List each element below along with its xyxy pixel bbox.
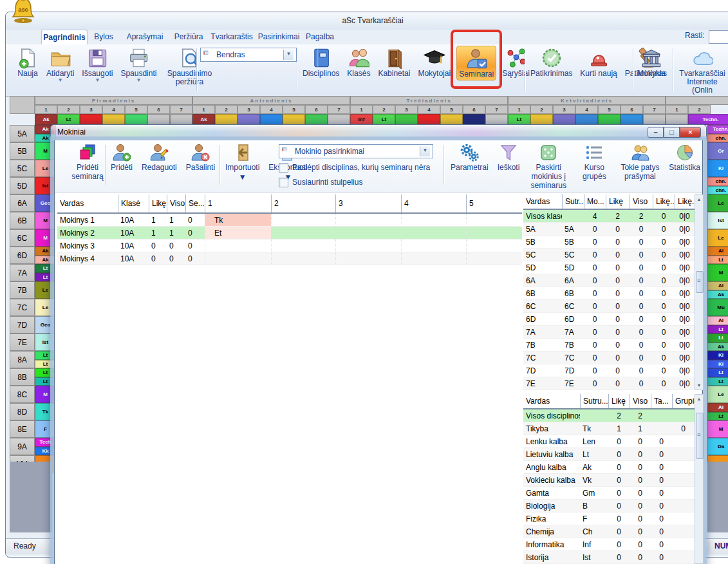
lesson-cell[interactable]: Lt xyxy=(707,334,728,343)
period-choice-cell[interactable] xyxy=(271,214,335,227)
column-header[interactable]: Ta... xyxy=(651,394,672,408)
period-header[interactable]: 6 xyxy=(305,105,328,114)
lesson-cell[interactable] xyxy=(463,114,485,125)
column-header[interactable]: Sutru... xyxy=(580,394,608,408)
period-header[interactable]: 2 xyxy=(688,105,711,114)
period-choice-cell[interactable] xyxy=(401,240,466,252)
lesson-cell[interactable] xyxy=(283,114,305,125)
view-selector-combobox[interactable]: Mokinio pasirinkimai▼ xyxy=(279,144,433,158)
lesson-cell[interactable] xyxy=(575,114,598,125)
period-header[interactable]: 1 xyxy=(35,105,57,114)
lesson-cell[interactable] xyxy=(328,114,350,125)
period-choice-cell[interactable] xyxy=(466,227,519,240)
lesson-cell[interactable]: Techn. xyxy=(707,125,728,134)
class-row-label[interactable]: 5D xyxy=(10,177,35,194)
period-header[interactable]: 1 xyxy=(192,105,215,114)
lesson-cell[interactable]: M xyxy=(707,420,728,438)
period-choice-cell[interactable] xyxy=(466,214,519,227)
class-row-label[interactable]: 9A xyxy=(10,438,35,455)
column-header[interactable]: Klasė xyxy=(118,194,149,212)
ribbon-button-kurti-naują[interactable]: Kurti naują xyxy=(578,46,619,79)
toolbar-button-kurso-grupės[interactable]: Kurso grupės xyxy=(575,142,613,182)
period-header[interactable]: 4 xyxy=(575,105,598,114)
period-choice-cell[interactable] xyxy=(401,252,466,265)
column-header[interactable]: Likę... xyxy=(675,194,695,209)
class-row-label[interactable]: 7B xyxy=(10,281,35,299)
lesson-cell[interactable]: chn. xyxy=(707,186,728,195)
period-header[interactable]: 7 xyxy=(485,105,508,114)
period-choice-cell[interactable] xyxy=(205,240,271,252)
table-row[interactable]: 5B5B00000|0 xyxy=(523,236,695,249)
period-header[interactable]: 5 xyxy=(125,105,147,114)
lesson-cell[interactable]: Lt xyxy=(707,377,728,386)
column-header[interactable]: Vardas xyxy=(523,394,580,408)
period-header[interactable]: 6 xyxy=(621,105,643,114)
lesson-cell[interactable] xyxy=(485,114,508,125)
period-header[interactable]: 7 xyxy=(328,105,350,114)
column-header[interactable]: 5 xyxy=(466,194,519,212)
period-choice-cell[interactable] xyxy=(335,214,401,227)
period-header[interactable]: 3 xyxy=(238,105,260,114)
ribbon-button-mokytojai[interactable]: Mokytojai xyxy=(416,46,453,79)
table-row[interactable]: Lietuviu kalbaLt000 xyxy=(523,448,695,461)
table-row[interactable]: Visos klasės42200|0 xyxy=(523,210,695,223)
lesson-cell[interactable] xyxy=(621,114,643,125)
checkbox[interactable] xyxy=(279,163,288,173)
tab-pasirinkimai[interactable]: Pasirinkimai xyxy=(257,30,301,44)
lesson-cell[interactable] xyxy=(102,114,125,125)
lesson-cell[interactable]: Ak xyxy=(35,114,57,125)
students-table[interactable]: VardasKlasėLikęVisoSe...12345Mokinys 110… xyxy=(57,194,522,564)
class-row-label[interactable]: 7A xyxy=(10,264,35,281)
checkbox-row[interactable]: Susiaurinti stulpelius xyxy=(279,176,441,188)
period-choice-cell[interactable] xyxy=(271,252,335,265)
period-choice-cell[interactable] xyxy=(335,252,401,265)
lesson-cell[interactable]: Kl xyxy=(707,160,728,177)
table-row[interactable]: InformatikaInf000 xyxy=(523,538,695,551)
lesson-cell[interactable] xyxy=(305,114,328,125)
lesson-cell[interactable] xyxy=(666,114,688,125)
tab-bylos[interactable]: Bylos xyxy=(91,30,117,44)
scroll-down-icon[interactable]: ▼ xyxy=(695,381,703,390)
ribbon-button-kabinetai[interactable]: Kabinetai xyxy=(376,46,412,79)
ribbon-button-tvarkaraščiai-internete-onlin[interactable]: Tvarkaraščiai Internete (Onlin xyxy=(675,46,728,96)
toolbar-button-paskirti-mokinius-į-seminarus[interactable]: Paskirti mokinius į seminarus xyxy=(527,142,570,191)
period-header[interactable]: 3 xyxy=(553,105,575,114)
lesson-cell[interactable] xyxy=(238,114,260,125)
scroll-up-icon[interactable]: ▲ xyxy=(695,195,703,203)
lesson-cell[interactable] xyxy=(530,114,553,125)
lesson-cell[interactable]: Kl xyxy=(707,351,728,360)
lesson-cell[interactable] xyxy=(643,114,666,125)
table-row[interactable]: BiologijaB000 xyxy=(523,500,695,512)
column-header[interactable]: Grupių p xyxy=(672,394,695,408)
class-row-label[interactable]: 7C xyxy=(10,299,35,316)
ribbon-button-mokykla[interactable]: Mokykla xyxy=(635,46,667,79)
tab-pagrindinis[interactable]: Pagrindinis xyxy=(41,30,88,44)
lesson-cell[interactable]: M xyxy=(707,264,728,281)
table-row[interactable]: Lenku kalbaLen000 xyxy=(523,435,695,448)
disciplines-table-scrollbar[interactable]: ▲ xyxy=(695,394,704,564)
lesson-cell[interactable]: Ak xyxy=(707,290,728,299)
lesson-cell[interactable]: Gr xyxy=(707,142,728,160)
ribbon-button-išsaugoti[interactable]: Išsaugoti▼ xyxy=(80,46,115,84)
column-header[interactable]: Vardas xyxy=(57,194,118,212)
lesson-cell[interactable] xyxy=(125,114,147,125)
class-row-label[interactable]: 7D xyxy=(10,316,35,334)
view-selector-combobox[interactable]: Bendras▼ xyxy=(200,48,297,62)
column-header[interactable]: Vardas xyxy=(523,194,562,209)
table-row[interactable]: Visos disciplinos22 xyxy=(523,409,695,422)
checkbox-row[interactable]: Paslėpti disciplinas, kurių seminarų nėr… xyxy=(279,162,441,173)
lesson-cell[interactable]: Lt xyxy=(707,325,728,334)
period-choice-cell[interactable]: Et xyxy=(205,227,271,240)
column-header[interactable]: Likę xyxy=(608,394,630,408)
lesson-cell[interactable] xyxy=(598,114,621,125)
lesson-cell[interactable]: Kl xyxy=(707,360,728,369)
period-header[interactable]: 5 xyxy=(283,105,305,114)
period-header[interactable]: 3 xyxy=(80,105,102,114)
lesson-cell[interactable]: Techn. xyxy=(688,114,728,125)
tab-pagalba[interactable]: Pagalba xyxy=(303,30,337,44)
lesson-cell[interactable] xyxy=(553,114,575,125)
lesson-cell[interactable] xyxy=(80,114,102,125)
column-header[interactable]: Se... xyxy=(185,194,205,212)
class-row-label[interactable]: 6D xyxy=(10,247,35,264)
ribbon-button-seminarai[interactable]: Seminarai xyxy=(456,46,496,80)
